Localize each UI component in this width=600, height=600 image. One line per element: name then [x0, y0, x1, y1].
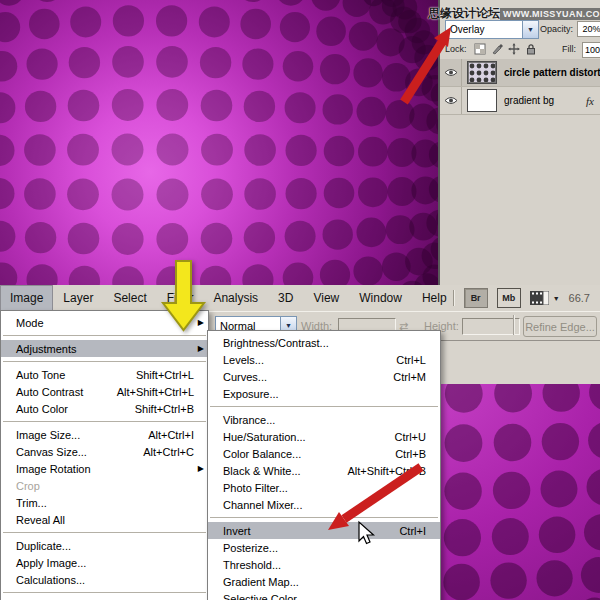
menu-item-label: Curves... — [223, 371, 379, 383]
document-canvas-sphere[interactable] — [0, 0, 438, 285]
blend-mode-dropdown[interactable]: Overlay ▼ — [445, 20, 539, 39]
menu-item-label: Apply Image... — [16, 557, 180, 569]
menu-item-auto-contrast[interactable]: Auto ContrastAlt+Shift+Ctrl+L — [1, 383, 208, 400]
menu-item-calculations[interactable]: Calculations... — [1, 571, 208, 588]
height-input[interactable] — [462, 318, 520, 335]
eye-visibility-icon[interactable] — [440, 59, 462, 86]
blend-mode-row: Overlay ▼ Opacity: 20% ▶ — [440, 20, 600, 38]
menu-separator — [3, 335, 206, 336]
menu-item-shortcut: Shift+Ctrl+L — [136, 369, 194, 381]
move-lock-icon[interactable] — [508, 43, 520, 55]
menubar-item-analysis[interactable]: Analysis — [203, 285, 268, 311]
lock-row: Lock: Fill: 100% ▶ — [440, 41, 600, 58]
menu-item-label: Adjustments — [16, 343, 180, 355]
fill-value[interactable]: 100% — [582, 42, 600, 58]
toolbar-separator — [513, 315, 515, 335]
menubar-item-help[interactable]: Help — [412, 285, 457, 311]
menu-item-exposure[interactable]: Exposure... — [208, 385, 440, 402]
layer-thumbnail[interactable] — [467, 61, 497, 84]
chevron-down-icon[interactable]: ▼ — [553, 295, 560, 302]
refine-edge-button[interactable]: Refine Edge... — [523, 316, 597, 337]
menu-item-posterize[interactable]: Posterize... — [208, 539, 440, 556]
menubar-item-3d[interactable]: 3D — [268, 285, 303, 311]
menu-item-label: Mode — [16, 317, 180, 329]
menubar-item-filter[interactable]: Filter — [157, 285, 204, 311]
menu-item-label: Reveal All — [16, 514, 180, 526]
layer-thumbnail[interactable] — [467, 89, 497, 112]
opacity-value[interactable]: 20% — [577, 21, 600, 37]
menu-separator — [3, 592, 206, 593]
menu-item-gradient-map[interactable]: Gradient Map... — [208, 573, 440, 590]
menu-item-apply-image[interactable]: Apply Image... — [1, 554, 208, 571]
menu-item-label: Duplicate... — [16, 540, 180, 552]
menu-item-photo-filter[interactable]: Photo Filter... — [208, 479, 440, 496]
menu-item-invert[interactable]: InvertCtrl+I — [208, 522, 440, 539]
menubar-item-window[interactable]: Window — [349, 285, 412, 311]
toolbar-separator — [453, 290, 455, 306]
menu-item-label: Gradient Map... — [223, 576, 412, 588]
menu-item-shortcut: Ctrl+I — [399, 525, 426, 537]
menu-item-threshold[interactable]: Threshold... — [208, 556, 440, 573]
document-canvas-bottom[interactable] — [439, 384, 600, 600]
menubar-item-view[interactable]: View — [303, 285, 349, 311]
menu-item-levels[interactable]: Levels...Ctrl+L — [208, 351, 440, 368]
menu-item-shortcut: Ctrl+M — [393, 371, 426, 383]
menubar-item-image[interactable]: Image — [0, 285, 53, 311]
menubar-item-layer[interactable]: Layer — [53, 285, 103, 311]
layer-name: circle pattern distort — [504, 67, 600, 78]
menu-item-brightness-contrast[interactable]: Brightness/Contrast... — [208, 334, 440, 351]
menu-item-canvas-size[interactable]: Canvas Size...Alt+Ctrl+C — [1, 443, 208, 460]
eye-visibility-icon[interactable] — [440, 87, 462, 114]
minibridge-button[interactable]: Mb — [497, 288, 521, 308]
paint-lock-icon[interactable] — [491, 43, 503, 55]
menu-separator — [3, 532, 206, 533]
menu-item-shortcut: Alt+Shift+Ctrl+B — [347, 465, 426, 477]
layer-row-gradient-bg[interactable]: gradient bgfx — [440, 87, 600, 115]
menu-item-image-size[interactable]: Image Size...Alt+Ctrl+I — [1, 426, 208, 443]
menu-item-label: Image Size... — [16, 429, 134, 441]
menu-item-label: Vibrance... — [223, 414, 412, 426]
menu-item-label: Invert — [223, 525, 385, 537]
menubar-item-select[interactable]: Select — [103, 285, 156, 311]
zoom-level: 66.7 — [569, 292, 590, 304]
chevron-down-icon[interactable]: ▼ — [522, 21, 538, 38]
menu-item-channel-mixer[interactable]: Channel Mixer... — [208, 496, 440, 513]
menu-item-label: Trim... — [16, 497, 180, 509]
menu-item-duplicate[interactable]: Duplicate... — [1, 537, 208, 554]
menu-item-black-white[interactable]: Black & White...Alt+Shift+Ctrl+B — [208, 462, 440, 479]
watermark-en-text: WWW.MISSYUAN.COM — [500, 8, 600, 20]
lock-all-icon[interactable] — [525, 43, 537, 55]
menu-item-reveal-all[interactable]: Reveal All — [1, 511, 208, 528]
menu-item-mode[interactable]: Mode▶ — [1, 314, 208, 331]
opacity-label: Opacity: — [540, 24, 573, 34]
menu-item-label: Calculations... — [16, 574, 180, 586]
bridge-button[interactable]: Br — [464, 288, 488, 308]
blend-mode-value: Overlay — [446, 24, 522, 35]
filmstrip-icon[interactable]: ▼ — [530, 291, 560, 305]
watermark-cn-text: 思缘设计论坛 — [428, 5, 500, 22]
menu-item-label: Hue/Saturation... — [223, 431, 381, 443]
submenu-arrow-icon: ▶ — [194, 318, 204, 327]
menu-item-shortcut: Ctrl+L — [396, 354, 426, 366]
menu-item-selective-color[interactable]: Selective Color... — [208, 590, 440, 600]
menu-item-label: Image Rotation — [16, 463, 180, 475]
workspace-lower-right — [438, 340, 600, 600]
menu-item-vibrance[interactable]: Vibrance... — [208, 411, 440, 428]
menu-item-adjustments[interactable]: Adjustments▶ — [1, 340, 208, 357]
fx-icon[interactable]: fx — [586, 95, 594, 107]
menu-item-auto-tone[interactable]: Auto ToneShift+Ctrl+L — [1, 366, 208, 383]
menu-item-label: Color Balance... — [223, 448, 381, 460]
menu-item-label: Auto Tone — [16, 369, 122, 381]
menu-item-image-rotation[interactable]: Image Rotation▶ — [1, 460, 208, 477]
menu-item-hue-saturation[interactable]: Hue/Saturation...Ctrl+U — [208, 428, 440, 445]
menu-item-trim[interactable]: Trim... — [1, 494, 208, 511]
menu-item-color-balance[interactable]: Color Balance...Ctrl+B — [208, 445, 440, 462]
layer-row-circle-pattern-distort[interactable]: circle pattern distort — [440, 59, 600, 87]
menubar-items: ImageLayerSelectFilterAnalysis3DViewWind… — [0, 285, 457, 311]
menu-item-auto-color[interactable]: Auto ColorShift+Ctrl+B — [1, 400, 208, 417]
transparency-lock-icon[interactable] — [474, 43, 486, 55]
menu-item-label: Exposure... — [223, 388, 412, 400]
menu-item-curves[interactable]: Curves...Ctrl+M — [208, 368, 440, 385]
menu-item-shortcut: Shift+Ctrl+B — [135, 403, 194, 415]
menu-bar: ImageLayerSelectFilterAnalysis3DViewWind… — [0, 285, 600, 312]
